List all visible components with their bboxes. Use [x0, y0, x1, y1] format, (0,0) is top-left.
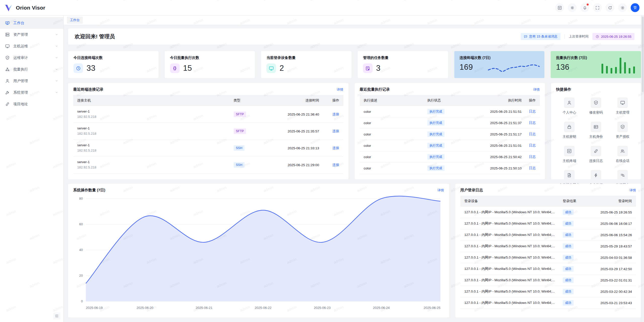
terminal-details-link[interactable]: 详情: [337, 87, 343, 92]
svg-text:2025-06-25: 2025-06-25: [424, 306, 440, 310]
code-square-icon: [557, 6, 562, 10]
refresh-icon: [608, 6, 612, 10]
log-link[interactable]: 日志: [529, 110, 536, 113]
monitor-icon: [269, 66, 274, 71]
log-link[interactable]: 日志: [529, 166, 536, 170]
status-badge: 执行完成: [427, 109, 445, 114]
fullscreen-button[interactable]: [593, 3, 602, 12]
table-header: 连接主机 类型 连接时间 操作: [73, 95, 343, 106]
main-area: 工作台 欢迎回来! 管理员 您有 15 条未读消息 上次登录时间 2025-06…: [64, 16, 644, 322]
table-row: color 执行完成 2025-06-25 21:50:42 日志: [360, 151, 540, 163]
status-badge: 执行完成: [427, 143, 445, 148]
svg-text:20: 20: [79, 274, 83, 277]
table-row: server-1182.92.5.218 SSH 2025-06-25 21:2…: [73, 157, 343, 173]
clock-icon: [595, 35, 599, 39]
log-link[interactable]: 日志: [529, 132, 536, 136]
code-square-button[interactable]: [555, 3, 564, 12]
quick-action-host-terminal[interactable]: 主机终端: [556, 146, 583, 163]
status-badge: 成功: [563, 209, 574, 215]
log-link[interactable]: 日志: [529, 144, 536, 147]
app-title: Orion Visor: [16, 5, 45, 11]
status-badge: 成功: [563, 221, 574, 226]
sidebar-item-batch-exec[interactable]: 批量执行: [0, 63, 63, 75]
sidebar: 工作台 资产管理 主机运维 运维审计 批量执行 用户管理 系统管理 项目地址: [0, 16, 64, 322]
panel-title: 快捷操作: [556, 87, 571, 92]
chevron-down-icon: [55, 91, 58, 94]
login-details-link[interactable]: 详情: [629, 188, 636, 193]
table-row: 127.0.0.1 - 内网IP - Mozilla/5.0 (Windows …: [460, 275, 636, 286]
sidebar-item-system-mgmt[interactable]: 系统管理: [0, 87, 63, 98]
sidebar-item-workbench[interactable]: 工作台: [0, 17, 63, 29]
status-badge: 成功: [563, 243, 574, 249]
notifications-button[interactable]: [580, 3, 589, 12]
chevron-down-icon: [55, 44, 58, 48]
table-row: 127.0.0.1 - 内网IP - Mozilla/5.0 (Windows …: [460, 263, 636, 275]
stat-label: 今日批量执行次数: [170, 55, 250, 60]
settings-button[interactable]: [618, 3, 627, 12]
sidebar-item-project-url[interactable]: 项目地址: [0, 98, 63, 110]
monitor-icon: [620, 100, 625, 105]
divider: [565, 34, 565, 39]
sidebar-item-assets[interactable]: 资产管理: [0, 29, 63, 40]
table-header: 执行描述 执行状态 执行时间 操作: [360, 95, 540, 106]
lightning-icon: [593, 173, 598, 178]
stat-value: 3: [376, 64, 381, 73]
audit-shield-icon: [5, 55, 10, 60]
refresh-button[interactable]: [606, 3, 614, 12]
svg-text:40: 40: [79, 248, 83, 252]
sidebar-item-user-mgmt[interactable]: 用户管理: [0, 75, 63, 87]
system-operations-chart-panel: 系统操作数量 (7日) 详情 0204060802025-06-192025-0…: [68, 184, 449, 317]
scrollbar[interactable]: [641, 16, 644, 322]
stat-card-login-devices: 当前登录设备数量 2: [261, 51, 351, 78]
log-link[interactable]: 日志: [529, 121, 536, 125]
fullscreen-icon: [595, 6, 600, 10]
quick-action-host-identity[interactable]: 主机身份: [583, 122, 609, 139]
status-badge: 成功: [563, 232, 574, 238]
status-badge: 成功: [563, 277, 574, 283]
table-row: 127.0.0.1 - 内网IP - Mozilla/5.0 (Windows …: [460, 297, 636, 309]
log-link[interactable]: 日志: [529, 155, 536, 159]
person-icon: [567, 100, 572, 105]
task-clipboard-icon: [365, 66, 370, 71]
table-row: 127.0.0.1 - 内网IP - Mozilla/5.0 (Windows …: [460, 229, 636, 241]
sidebar-collapse-button[interactable]: [53, 312, 60, 319]
sidebar-item-audit[interactable]: 运维审计: [0, 52, 63, 63]
svg-text:80: 80: [79, 197, 83, 200]
stat-label: 管理的任务数量: [363, 55, 443, 60]
unread-messages-chip[interactable]: 您有 15 条未读消息: [521, 33, 561, 40]
quick-action-online-sessions[interactable]: 在线会话: [609, 146, 636, 163]
scrollbar-thumb[interactable]: [642, 17, 644, 92]
system-operations-area-chart: 0204060802025-06-192025-06-202025-06-212…: [73, 195, 444, 311]
chevron-down-icon: [55, 67, 58, 71]
last-login-time: 2025-06-25 19:26:55: [601, 35, 631, 39]
host-monitor-icon: [5, 44, 10, 49]
login-log-panel: 用户登录日志 详情 登录设备 登录结果 登录时间 127.0.0.1 - 内网I…: [455, 184, 641, 317]
stats-row: 今日连接终端次数 33 今日批量执行次数 {} 15 当前登录设备数量 2: [68, 51, 641, 78]
quick-action-host-mgmt[interactable]: 主机管理: [609, 97, 636, 115]
quick-action-change-password[interactable]: 修改密码: [583, 97, 609, 115]
connect-link[interactable]: 连接: [333, 112, 339, 116]
quick-action-asset-auth[interactable]: 资产授权: [609, 122, 636, 139]
chart-details-link[interactable]: 详情: [437, 188, 444, 193]
message-icon: [524, 35, 528, 39]
connect-link[interactable]: 连接: [333, 129, 339, 133]
svg-text:2025-06-21: 2025-06-21: [196, 306, 213, 310]
type-tag: SSH: [234, 145, 245, 151]
quick-action-connect-log[interactable]: 连接日志: [583, 146, 609, 163]
last-login-label: 上次登录时间: [569, 34, 588, 39]
table-row: server-1182.92.5.218 SFTP 2025-06-25 21:…: [73, 123, 343, 140]
connect-link[interactable]: 连接: [333, 163, 339, 167]
quick-action-host-keys[interactable]: 主机密钥: [556, 122, 583, 139]
status-badge: 成功: [563, 289, 574, 294]
batch-details-link[interactable]: 详情: [533, 87, 540, 92]
status-badge: 执行完成: [427, 154, 445, 160]
code-square-icon: [567, 149, 572, 154]
user-avatar[interactable]: 管: [631, 3, 639, 12]
theme-toggle-button[interactable]: [568, 3, 577, 12]
sidebar-item-label: 主机运维: [13, 44, 28, 49]
connect-link[interactable]: 连接: [333, 146, 339, 150]
quick-action-profile[interactable]: 个人中心: [556, 97, 583, 115]
breadcrumb-item-workbench[interactable]: 工作台: [67, 17, 83, 24]
table-row: 127.0.0.1 - 内网IP - Mozilla/5.0 (Windows …: [460, 218, 636, 229]
sidebar-item-host-ops[interactable]: 主机运维: [0, 40, 63, 52]
